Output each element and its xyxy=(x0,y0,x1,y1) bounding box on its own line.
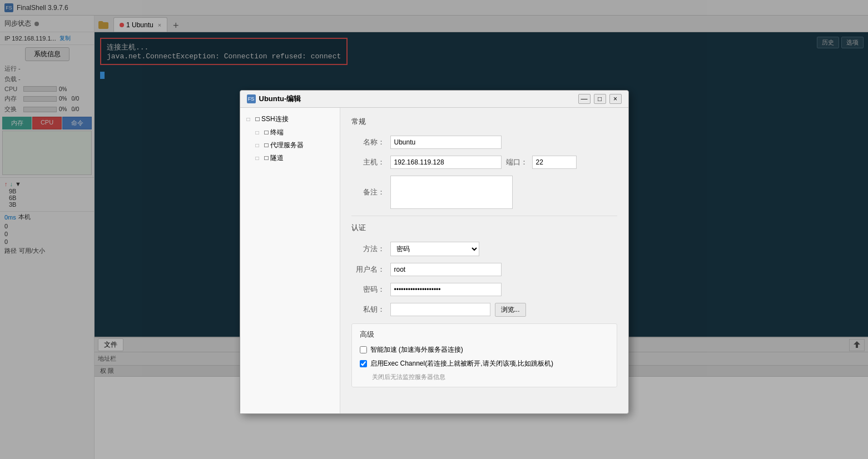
advanced-title: 高级 xyxy=(360,330,609,340)
host-label: 主机： xyxy=(351,157,385,167)
name-row: 名称： xyxy=(351,136,617,149)
tunnel-expand-icon: □ xyxy=(256,155,262,161)
password-label: 密码： xyxy=(351,285,385,295)
name-input[interactable] xyxy=(390,136,502,149)
exec-channel-subnote: 关闭后无法监控服务器信息 xyxy=(372,373,609,381)
modal-icon: FS xyxy=(247,94,256,103)
modal-right-form: 常规 名称： 主机： 端口： 备注： xyxy=(340,108,628,413)
port-label: 端口： xyxy=(506,157,528,167)
port-input[interactable] xyxy=(532,156,577,169)
modal-maximize-button[interactable]: □ xyxy=(594,94,606,104)
password-input[interactable] xyxy=(390,283,502,296)
modal-content: □ □ SSH连接 □ □ 终端 □ □ 代理服务器 □ □ 隧道 xyxy=(240,108,628,413)
notes-textarea[interactable] xyxy=(390,176,513,209)
username-input[interactable] xyxy=(390,263,502,276)
browse-button[interactable]: 浏览... xyxy=(495,303,526,317)
smart-accel-checkbox[interactable] xyxy=(360,346,367,353)
host-port-group: 端口： xyxy=(390,156,577,169)
auth-section-title: 认证 xyxy=(351,223,617,235)
modal-dialog: FS Ubuntu-编辑 — □ × □ □ SSH连接 □ □ 终端 xyxy=(240,90,629,414)
terminal-tree-label: □ 终端 xyxy=(265,128,284,137)
method-select[interactable]: 密码 公钥 键盘交互 xyxy=(390,242,479,256)
exec-channel-label: 启用Exec Channel(若连接上就被断开,请关闭该项,比如跳板机) xyxy=(370,359,553,368)
check2-row: 启用Exec Channel(若连接上就被断开,请关闭该项,比如跳板机) xyxy=(360,359,609,368)
notes-label: 备注： xyxy=(351,187,385,197)
modal-left-tree: □ □ SSH连接 □ □ 终端 □ □ 代理服务器 □ □ 隧道 xyxy=(240,108,340,413)
modal-overlay: FS Ubuntu-编辑 — □ × □ □ SSH连接 □ □ 终端 xyxy=(0,0,868,459)
modal-minimize-button[interactable]: — xyxy=(578,94,591,104)
smart-accel-label: 智能加速 (加速海外服务器连接) xyxy=(370,345,463,355)
exec-channel-checkbox[interactable] xyxy=(360,360,367,367)
modal-title-left: FS Ubuntu-编辑 xyxy=(247,94,301,104)
ssh-label: □ SSH连接 xyxy=(256,114,289,124)
tree-ssh[interactable]: □ □ SSH连接 xyxy=(240,112,340,126)
password-row: 密码： xyxy=(351,283,617,296)
tunnel-label: □ 隧道 xyxy=(265,153,284,163)
host-input[interactable] xyxy=(390,156,502,169)
username-label: 用户名： xyxy=(351,265,385,275)
privkey-row: 私钥： 浏览... xyxy=(351,303,617,317)
terminal-expand-icon: □ xyxy=(256,129,262,136)
modal-titlebar: FS Ubuntu-编辑 — □ × xyxy=(240,91,628,108)
notes-row: 备注： xyxy=(351,176,617,209)
check1-row: 智能加速 (加速海外服务器连接) xyxy=(360,345,609,355)
modal-close-button[interactable]: × xyxy=(609,94,622,104)
privkey-label: 私钥： xyxy=(351,305,385,315)
privkey-input[interactable] xyxy=(390,303,490,316)
tree-tunnel[interactable]: □ □ 隧道 xyxy=(240,152,340,164)
proxy-expand-icon: □ xyxy=(256,142,262,148)
section-divider-1 xyxy=(351,216,617,216)
privkey-group: 浏览... xyxy=(390,303,526,317)
method-label: 方法： xyxy=(351,244,385,254)
modal-title: Ubuntu-编辑 xyxy=(259,94,301,104)
advanced-section: 高级 智能加速 (加速海外服务器连接) 启用Exec Channel(若连接上就… xyxy=(351,323,617,387)
name-label: 名称： xyxy=(351,137,385,147)
modal-window-buttons: — □ × xyxy=(578,94,622,104)
tree-terminal[interactable]: □ □ 终端 xyxy=(240,126,340,139)
host-row: 主机： 端口： xyxy=(351,156,617,169)
tree-proxy[interactable]: □ □ 代理服务器 xyxy=(240,139,340,152)
general-section-title: 常规 xyxy=(351,117,617,129)
method-row: 方法： 密码 公钥 键盘交互 xyxy=(351,242,617,256)
ssh-expand-icon: □ xyxy=(247,116,254,122)
proxy-label: □ 代理服务器 xyxy=(265,141,304,150)
username-row: 用户名： xyxy=(351,263,617,276)
